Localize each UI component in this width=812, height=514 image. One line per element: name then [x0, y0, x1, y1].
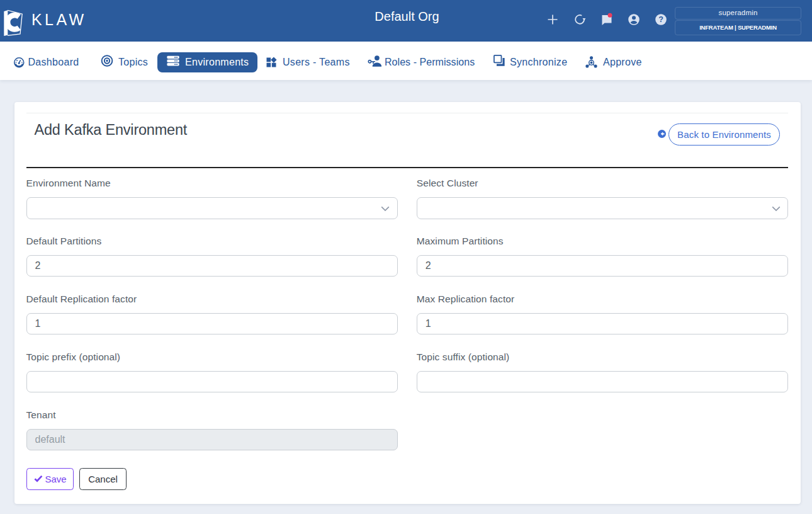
svg-text:?: ?: [658, 15, 663, 24]
